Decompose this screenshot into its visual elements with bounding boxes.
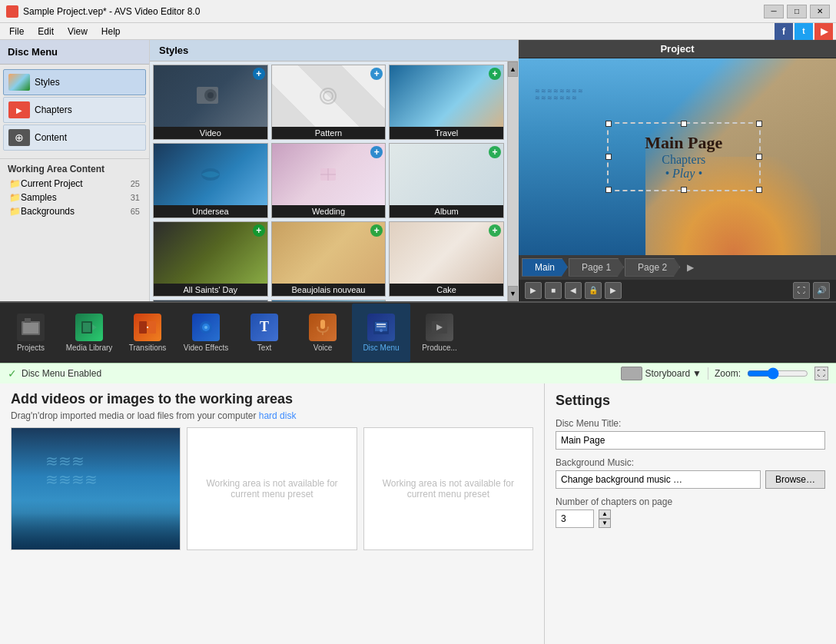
svg-point-18 <box>204 326 207 329</box>
prev-button[interactable]: ◀ <box>565 282 582 299</box>
wa-slot-2-placeholder: Working area is not available for curren… <box>187 470 356 507</box>
gallery-label-travel: Travel <box>390 127 503 139</box>
gallery-item-video[interactable]: + Video <box>153 65 268 140</box>
chapters-input[interactable] <box>556 510 594 528</box>
hard-disk-link[interactable]: hard disk <box>259 410 297 421</box>
menu-item-styles[interactable]: Styles <box>3 69 146 95</box>
youtube-button[interactable]: ▶ <box>814 23 833 40</box>
wa-slot-1[interactable]: ≋≋≋≋≋≋≋ <box>11 427 181 550</box>
gallery-plus-video: + <box>253 68 265 80</box>
handle-b[interactable] <box>681 187 687 193</box>
menu-view[interactable]: View <box>61 25 94 38</box>
handle-tr[interactable] <box>756 121 762 127</box>
transitions-label: Transitions <box>129 344 167 352</box>
storyboard-area: Storyboard ▼ Zoom: ⛶ <box>621 367 828 380</box>
gallery-label-allsaints: All Saints' Day <box>154 284 267 296</box>
wa-item-backgrounds[interactable]: 📁 Backgrounds 65 <box>6 204 143 218</box>
volume-button[interactable]: 🔊 <box>813 282 830 299</box>
media-label: Media Library <box>66 344 113 352</box>
zoom-slider[interactable] <box>747 367 808 380</box>
spin-up-btn[interactable]: ▲ <box>599 510 611 519</box>
menu-edit[interactable]: Edit <box>32 25 60 38</box>
text-label: Text <box>257 344 271 352</box>
menu-help[interactable]: Help <box>95 25 127 38</box>
left-panel: Disc Menu Styles ▶ Chapters ⊕ Content Wo <box>0 40 150 301</box>
restore-button[interactable]: □ <box>787 5 807 18</box>
scroll-down-btn[interactable]: ▼ <box>508 286 518 301</box>
gallery-item-allsaints[interactable]: + All Saints' Day <box>153 221 268 297</box>
title-bar: Sample Project.vep* - AVS Video Editor 8… <box>0 0 836 23</box>
bg-music-row: Browse… <box>556 470 825 489</box>
wa-slot-2[interactable]: Working area is not available for curren… <box>187 427 357 550</box>
content-icon: ⊕ <box>8 129 30 146</box>
nav-tab-page1[interactable]: Page 1 <box>569 258 624 277</box>
gallery-item-wedding[interactable]: + Wedding <box>271 143 386 218</box>
wa-item-current-project[interactable]: 📁 Current Project 25 <box>6 177 143 191</box>
close-button[interactable]: ✕ <box>810 5 830 18</box>
vfx-label: Video Effects <box>184 344 229 352</box>
scroll-up-btn[interactable]: ▲ <box>508 61 518 77</box>
disc-menu-title-input[interactable] <box>556 431 825 450</box>
toolbar-projects[interactable]: Projects <box>2 304 60 362</box>
handle-br[interactable] <box>756 187 762 193</box>
stop-button[interactable]: ■ <box>545 282 562 299</box>
gallery-item-travel[interactable]: + Travel <box>389 65 504 140</box>
lock-button[interactable]: 🔒 <box>585 282 602 299</box>
wa-fish-group: ≋≋≋≋≋≋≋ <box>45 452 98 489</box>
toolbar-transitions[interactable]: Transitions <box>118 304 177 362</box>
gallery-item-album[interactable]: + Album <box>389 143 504 218</box>
gallery-item-undersea[interactable]: Undersea <box>153 143 268 218</box>
menu-item-content[interactable]: ⊕ Content <box>3 124 146 151</box>
menu-file[interactable]: File <box>3 25 30 38</box>
toolbar-disc-menu[interactable]: Disc Menu <box>352 304 410 362</box>
folder-icon-backgrounds: 📁 <box>9 206 21 217</box>
playback-controls: ▶ ■ ◀ 🔒 ▶ ⛶ 🔊 <box>519 280 836 301</box>
spin-down-btn[interactable]: ▼ <box>599 519 611 528</box>
handle-bl[interactable] <box>605 187 612 193</box>
gallery-item-beaujolais[interactable]: + Beaujolais nouveau <box>271 221 386 297</box>
fullscreen-button[interactable]: ⛶ <box>793 282 810 299</box>
minimize-button[interactable]: ─ <box>764 5 784 18</box>
play-button[interactable]: ▶ <box>525 282 542 299</box>
settings-panel: Settings Disc Menu Title: Background Mus… <box>544 383 836 645</box>
gallery-item-cake[interactable]: + Cake <box>389 221 504 297</box>
produce-icon <box>426 314 453 341</box>
nav-tab-main[interactable]: Main <box>522 258 568 277</box>
handle-tl[interactable] <box>605 121 612 127</box>
wa-slot-3[interactable]: Working area is not available for curren… <box>363 427 533 550</box>
nav-tab-page2[interactable]: Page 2 <box>625 258 680 277</box>
chapters-row: ▲ ▼ <box>556 510 825 528</box>
text-icon: T <box>250 314 278 341</box>
menu-item-chapters[interactable]: ▶ Chapters <box>3 97 146 123</box>
bg-music-label: Background Music: <box>556 457 825 468</box>
wa-item-samples[interactable]: 📁 Samples 31 <box>6 191 143 204</box>
toolbar-media[interactable]: Media Library <box>60 304 118 362</box>
nav-tab-more[interactable]: ▶ <box>681 259 700 276</box>
storyboard-dropdown-icon[interactable]: ▼ <box>692 368 702 379</box>
facebook-button[interactable]: f <box>775 23 793 40</box>
twitter-button[interactable]: t <box>795 23 813 40</box>
gallery-item-more1[interactable]: + <box>153 300 268 301</box>
browse-button[interactable]: Browse… <box>765 470 825 489</box>
gallery-scrollbar[interactable]: ▲ ▼ <box>507 61 518 301</box>
next-button[interactable]: ▶ <box>605 282 622 299</box>
handle-r[interactable] <box>756 154 762 160</box>
chapters-icon: ▶ <box>8 101 30 118</box>
storyboard-toggle[interactable]: Storyboard ▼ <box>621 367 702 380</box>
toolbar-produce[interactable]: Produce... <box>410 304 469 362</box>
gallery-scroll[interactable]: + Video + Pattern <box>150 61 518 301</box>
svg-rect-19 <box>320 320 325 329</box>
bg-music-input[interactable] <box>556 470 761 489</box>
toolbar-voice[interactable]: Voice <box>294 304 352 362</box>
zoom-fit-btn[interactable]: ⛶ <box>814 367 828 380</box>
gallery-item-pattern[interactable]: + Pattern <box>271 65 386 140</box>
gallery-item-more2[interactable]: + <box>271 300 386 301</box>
handle-l[interactable] <box>605 154 612 160</box>
menu-bar: File Edit View Help f t ▶ <box>0 23 836 40</box>
handle-t[interactable] <box>681 121 687 127</box>
media-icon <box>75 314 103 341</box>
preview-main-page-text: Main Page <box>627 133 741 153</box>
toolbar-text[interactable]: T Text <box>235 304 294 362</box>
toolbar-vfx[interactable]: Video Effects <box>177 304 235 362</box>
chapters-spinner[interactable]: ▲ ▼ <box>599 510 611 528</box>
